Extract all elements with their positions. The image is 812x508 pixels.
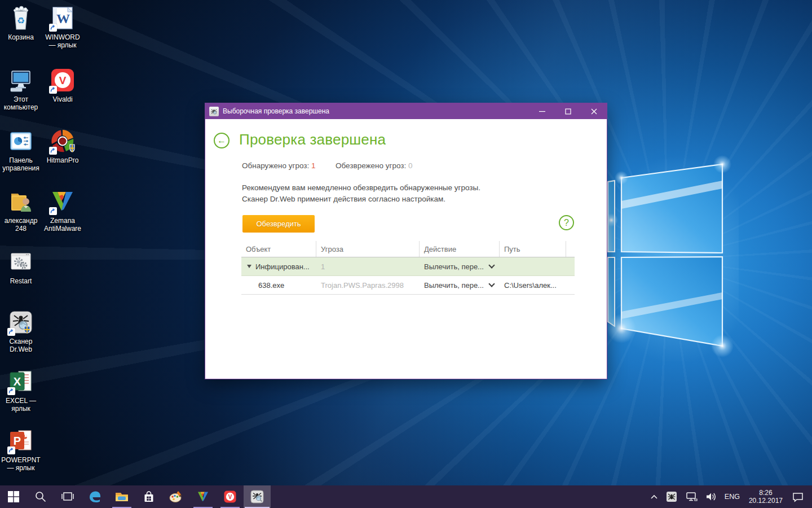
threat-path: C:\Users\алек... xyxy=(500,281,566,290)
window-titlebar[interactable]: Выборочная проверка завершена xyxy=(205,103,607,119)
hitmanpro-icon xyxy=(49,128,76,155)
language-indicator[interactable]: ENG xyxy=(721,485,744,508)
threat-object[interactable]: 638.exe xyxy=(241,281,316,290)
powerpoint-icon: P xyxy=(7,427,34,454)
tray-date: 20.12.2017 xyxy=(749,497,783,505)
shortcut-arrow-icon xyxy=(7,387,15,395)
icon-label: Vivaldi xyxy=(42,95,83,103)
file-explorer-button[interactable] xyxy=(108,485,135,508)
paint-button[interactable] xyxy=(162,485,189,508)
header-threat[interactable]: Угроза xyxy=(316,241,420,257)
header-object[interactable]: Объект xyxy=(241,241,316,257)
desktop-icon-control-panel[interactable]: Панель управления xyxy=(0,128,42,186)
search-button[interactable] xyxy=(27,485,54,508)
threat-group-row[interactable]: Инфицирован... 1 Вылечить, пере... xyxy=(241,257,575,276)
shortcut-arrow-icon xyxy=(49,86,57,94)
tray-time: 8:26 xyxy=(749,489,783,497)
desktop: ♻ Корзина W WINWORD — ярлык Этот компьют… xyxy=(0,0,812,508)
svg-text:V: V xyxy=(228,494,232,500)
neutralized-label: Обезврежено угроз: xyxy=(336,161,406,170)
control-panel-icon xyxy=(7,128,34,155)
system-tray: ENG 8:2620.12.2017 xyxy=(646,485,812,508)
icon-label: Этот компьютер xyxy=(0,95,42,111)
desktop-icon-excel[interactable]: X EXCEL — ярлык xyxy=(0,368,42,427)
recommendation-text: Рекомендуем вам немедленно обезвредить о… xyxy=(242,182,480,204)
svg-text:♻: ♻ xyxy=(17,16,25,25)
neutralized-value: 0 xyxy=(408,161,413,170)
desktop-icon-zemana[interactable]: Zemana AntiMalware xyxy=(42,188,83,247)
group-action-cell[interactable]: Вылечить, пере... xyxy=(420,262,500,271)
shortcut-arrow-icon xyxy=(7,446,15,454)
detected-value: 1 xyxy=(311,161,316,170)
desktop-icon-recycle-bin[interactable]: ♻ Корзина xyxy=(0,5,42,63)
desktop-icon-this-pc[interactable]: Этот компьютер xyxy=(0,67,42,125)
icon-label: WINWORD — ярлык xyxy=(42,33,83,49)
threat-action-cell[interactable]: Вылечить, пере... xyxy=(420,281,500,290)
page-title: Проверка завершена xyxy=(239,131,386,148)
window-gears-icon xyxy=(7,248,34,275)
clock[interactable]: 8:2620.12.2017 xyxy=(744,485,788,508)
drweb-dialog-window: Выборочная проверка завершена ← Проверка… xyxy=(205,103,607,379)
start-button[interactable] xyxy=(0,485,27,508)
computer-icon xyxy=(7,67,34,94)
word-icon: W xyxy=(49,5,76,32)
svg-text:V: V xyxy=(59,75,67,86)
maximize-button[interactable] xyxy=(555,103,581,119)
shortcut-arrow-icon xyxy=(49,207,57,215)
desktop-icon-restart[interactable]: Restart xyxy=(0,248,42,307)
action-center-icon[interactable] xyxy=(788,485,812,508)
task-view-button[interactable] xyxy=(54,485,81,508)
desktop-icon-hitmanpro[interactable]: HitmanPro xyxy=(42,128,83,186)
vivaldi-button[interactable]: V xyxy=(217,485,244,508)
drweb-scanner-button[interactable] xyxy=(244,485,271,508)
detected-label: Обнаружено угроз: xyxy=(242,161,309,170)
vivaldi-icon: V xyxy=(49,67,76,94)
action-dropdown-icon[interactable] xyxy=(488,262,495,269)
group-threat-count: 1 xyxy=(316,262,420,271)
header-spacer xyxy=(566,241,575,257)
icon-label: Панель управления xyxy=(0,156,42,172)
threats-table: Объект Угроза Действие Путь Инфицирован.… xyxy=(241,241,575,295)
tray-volume-icon[interactable] xyxy=(701,485,721,508)
tray-drweb-spider-icon[interactable] xyxy=(662,485,681,508)
scan-stats: Обнаружено угроз: 1 Обезврежено угроз: 0 xyxy=(242,161,413,170)
group-object-cell[interactable]: Инфицирован... xyxy=(241,262,316,271)
close-button[interactable] xyxy=(581,103,607,119)
shortcut-arrow-icon xyxy=(49,147,57,155)
store-button[interactable] xyxy=(135,485,162,508)
tray-network-icon[interactable] xyxy=(681,485,701,508)
svg-text:X: X xyxy=(14,375,21,388)
icon-label: Restart xyxy=(0,277,42,285)
desktop-icon-winword[interactable]: W WINWORD — ярлык xyxy=(42,5,83,63)
taskbar: V ENG xyxy=(0,485,812,508)
neutralize-button[interactable]: Обезвредить xyxy=(242,215,315,233)
table-header-row: Объект Угроза Действие Путь xyxy=(241,241,575,257)
icon-label: Сканер Dr.Web xyxy=(0,338,42,353)
threat-name: Trojan.PWS.Papras.2998 xyxy=(316,281,420,290)
help-button[interactable]: ? xyxy=(559,215,574,230)
minimize-button[interactable] xyxy=(529,103,555,119)
svg-text:P: P xyxy=(14,435,21,447)
shortcut-arrow-icon xyxy=(49,24,57,32)
desktop-icon-powerpnt[interactable]: P POWERPNT — ярлык xyxy=(0,427,42,486)
header-path[interactable]: Путь xyxy=(500,241,566,257)
recycle-bin-icon: ♻ xyxy=(7,5,34,32)
windows-logo-wallpaper xyxy=(592,147,739,361)
zemana-button[interactable] xyxy=(189,485,217,508)
back-button[interactable]: ← xyxy=(214,133,230,148)
icon-label: александр 248 xyxy=(0,217,42,233)
desktop-icon-vivaldi[interactable]: V Vivaldi xyxy=(42,67,83,125)
svg-text:W: W xyxy=(56,11,70,26)
header-action[interactable]: Действие xyxy=(420,241,500,257)
action-dropdown-icon[interactable] xyxy=(488,281,495,287)
drweb-spider-icon xyxy=(7,309,34,336)
icon-label: POWERPNT — ярлык xyxy=(0,456,42,472)
desktop-icon-drweb-scanner[interactable]: Сканер Dr.Web xyxy=(0,309,42,367)
tray-chevron-icon[interactable] xyxy=(646,485,662,508)
excel-icon: X xyxy=(7,368,34,395)
collapse-triangle-icon[interactable] xyxy=(247,265,251,268)
desktop-icon-user-folder[interactable]: александр 248 xyxy=(0,188,42,247)
icon-label: EXCEL — ярлык xyxy=(0,397,42,413)
edge-button[interactable] xyxy=(81,485,108,508)
threat-row[interactable]: 638.exe Trojan.PWS.Papras.2998 Вылечить,… xyxy=(241,276,575,295)
